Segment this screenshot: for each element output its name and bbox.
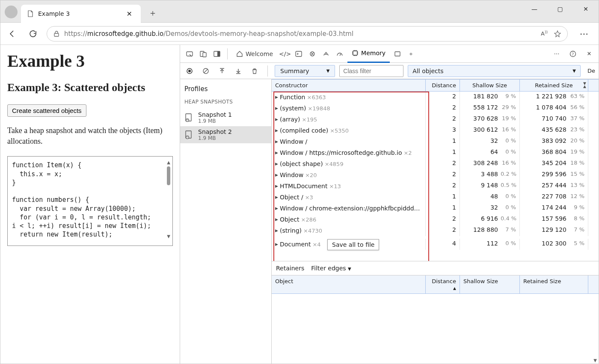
disclose-icon[interactable]: ▶ — [275, 173, 278, 177]
create-objects-button[interactable]: Create scattered objects — [7, 104, 86, 117]
table-row[interactable]: ▶ Window / chrome-extension://gpphkfbcpi… — [272, 203, 599, 214]
save-profile-icon[interactable] — [232, 65, 244, 77]
constructor-name: Object — [280, 216, 300, 223]
class-filter-input[interactable] — [339, 65, 403, 77]
th-retained[interactable]: Retained Size ▼▲ — [520, 80, 588, 91]
rh-distance[interactable]: Distance ▲ — [426, 275, 460, 293]
scroll-up-icon[interactable]: ▲ — [166, 160, 172, 165]
table-row[interactable]: ▶ (compiled code) ×5350 3 300 612 16 % 4… — [272, 125, 599, 136]
scroll-down-icon[interactable]: ▼ — [593, 358, 597, 363]
disclose-icon[interactable]: ▶ — [275, 162, 278, 166]
shallow-pct: 29 % — [501, 104, 516, 112]
refresh-button[interactable] — [26, 27, 40, 41]
disclose-icon[interactable]: ▶ — [275, 106, 278, 110]
snapshot-name: Snapshot 1 — [198, 111, 232, 118]
rh-object[interactable]: Object — [272, 275, 426, 293]
summary-dropdown[interactable]: Summary ▼ — [275, 65, 335, 77]
add-tab-icon[interactable]: ＋ — [405, 48, 417, 60]
delete-profile-icon[interactable] — [249, 65, 261, 77]
table-row[interactable]: ▶ HTMLDocument ×13 2 9 148 0.5 % 257 444… — [272, 181, 599, 192]
constructor-count: ×4 — [312, 241, 320, 248]
welcome-tab[interactable]: Welcome — [232, 45, 277, 63]
disclose-icon[interactable]: ▶ — [275, 117, 278, 121]
snapshot-item[interactable]: Snapshot 1 1.9 MB — [180, 109, 271, 126]
inspect-element-icon[interactable] — [184, 48, 196, 60]
address-box[interactable]: https://microsoftedge.github.io/Demos/de… — [47, 26, 568, 41]
scroll-down-icon[interactable]: ▼ — [166, 234, 172, 239]
sources-icon[interactable] — [306, 48, 318, 60]
close-window-button[interactable]: ✕ — [573, 0, 599, 18]
load-profile-icon[interactable] — [216, 65, 228, 77]
shallow-pct: 9 % — [501, 93, 516, 101]
performance-icon[interactable] — [334, 48, 346, 60]
favorite-icon[interactable] — [554, 30, 561, 38]
console-icon[interactable] — [293, 48, 305, 60]
shallow-size: 370 628 — [473, 115, 498, 124]
disclose-icon[interactable]: ▶ — [275, 195, 278, 199]
memory-tab[interactable]: Memory — [347, 45, 390, 63]
disclose-icon[interactable]: ▶ — [275, 151, 278, 155]
network-icon[interactable] — [320, 48, 332, 60]
table-row[interactable]: ▶ Window / https://microsoftedge.github.… — [272, 147, 599, 158]
constructor-name: (array) — [280, 116, 300, 123]
constructor-count: ×3 — [305, 194, 313, 201]
dock-icon[interactable] — [211, 48, 223, 60]
read-aloud-icon[interactable]: A)) — [541, 30, 548, 37]
new-tab-button[interactable]: ＋ — [148, 7, 157, 19]
th-distance[interactable]: Distance — [426, 80, 460, 91]
profile-avatar[interactable] — [5, 6, 18, 18]
minimize-button[interactable]: — — [522, 0, 547, 18]
table-row[interactable]: ▶ (string) ×4730 2 128 880 7 % 129 120 7… — [272, 225, 599, 236]
disclose-icon[interactable]: ▶ — [275, 217, 278, 222]
maximize-button[interactable]: ▢ — [547, 0, 573, 18]
retained-size: 710 740 — [542, 115, 566, 124]
devtools-more-icon[interactable]: ⋯ — [551, 48, 563, 60]
table-row[interactable]: ▶ Window ×20 2 3 488 0.2 % 299 596 15 % — [272, 169, 599, 181]
disclose-icon[interactable]: ▶ — [275, 184, 278, 188]
close-devtools-icon[interactable]: ✕ — [583, 48, 595, 60]
scroll-thumb[interactable] — [167, 166, 170, 185]
disclose-icon[interactable]: ▶ — [275, 228, 278, 233]
record-button[interactable] — [184, 65, 196, 77]
table-row[interactable]: ▶ (system) ×19848 2 558 172 29 % 1 078 4… — [272, 103, 599, 114]
back-button[interactable] — [6, 27, 19, 41]
retained-size: 299 596 — [542, 171, 566, 179]
distance-cell: 2 — [426, 103, 460, 114]
rh-shallow[interactable]: Shallow Size — [460, 275, 520, 293]
rh-retained[interactable]: Retained Size — [520, 275, 588, 293]
help-icon[interactable]: ? — [567, 48, 579, 60]
th-constructor[interactable]: Constructor — [272, 80, 426, 91]
disclose-icon[interactable]: ▶ — [275, 128, 278, 133]
disclose-icon[interactable]: ▶ — [275, 242, 278, 246]
elements-icon[interactable]: </> — [279, 48, 291, 60]
close-tab-icon[interactable]: ✕ — [124, 10, 135, 18]
code-box[interactable]: function Item(x) { this.x = x; } functio… — [7, 156, 173, 246]
clear-button[interactable] — [200, 65, 212, 77]
browser-tab[interactable]: Example 3 ✕ — [21, 5, 141, 23]
table-row[interactable]: ▶ Window / 1 32 0 % 383 092 20 % — [272, 136, 599, 147]
table-row[interactable]: ▶ (object shape) ×4859 2 308 248 16 % 34… — [272, 158, 599, 169]
table-row[interactable]: ▶ Function ×6363 2 181 820 9 % 1 221 928… — [272, 92, 599, 103]
th-shallow[interactable]: Shallow Size — [460, 80, 520, 91]
application-icon[interactable] — [391, 48, 403, 60]
distance-cell: 2 — [426, 225, 460, 236]
browser-more-button[interactable]: ⋯ — [575, 29, 593, 39]
memory-tab-label: Memory — [361, 50, 385, 56]
device-toolbar-icon[interactable] — [197, 48, 209, 60]
retained-pct: 9 % — [569, 204, 584, 213]
disclose-icon[interactable]: ▶ — [275, 206, 278, 210]
disclose-icon[interactable]: ▶ — [275, 95, 278, 99]
table-row[interactable]: ▶ Object / ×3 1 48 0 % 227 708 12 % — [272, 192, 599, 203]
table-row[interactable]: ▶ Object ×286 2 6 916 0.4 % 157 596 8 % — [272, 214, 599, 225]
filter-edges-dropdown[interactable]: Filter edges ▼ — [311, 265, 351, 272]
retainers-label[interactable]: Retainers — [276, 265, 304, 272]
snapshot-item[interactable]: Snapshot 2 1.9 MB — [180, 126, 271, 143]
shallow-pct: 0 % — [501, 240, 516, 249]
distance-cell: 1 — [426, 203, 460, 214]
table-row[interactable]: ▶ (array) ×195 2 370 628 19 % 710 740 37… — [272, 114, 599, 125]
disclose-icon[interactable]: ▶ — [275, 139, 278, 144]
shallow-size: 128 880 — [473, 226, 498, 235]
table-row[interactable]: ▶ Document ×4 4 112 0 % 102 300 5 % — [272, 239, 599, 250]
scrollbar[interactable]: ▲ ▼ — [166, 160, 172, 237]
all-objects-dropdown[interactable]: All objects ▼ — [408, 65, 581, 77]
